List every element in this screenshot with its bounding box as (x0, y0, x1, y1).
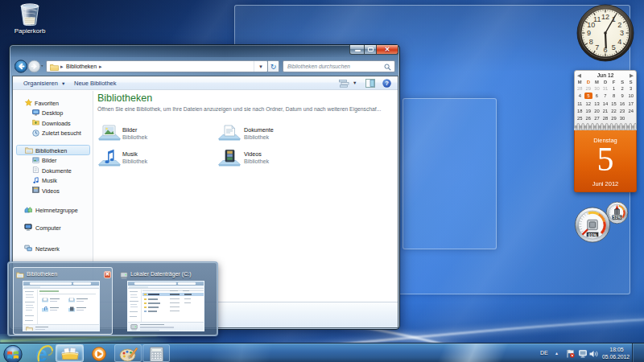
svg-text:4: 4 (617, 38, 621, 46)
svg-text:11: 11 (593, 15, 601, 23)
svg-text:5: 5 (612, 43, 616, 51)
svg-text:9: 9 (587, 29, 591, 37)
svg-text:12: 12 (601, 13, 609, 21)
svg-text:2: 2 (617, 21, 621, 29)
svg-text:8: 8 (589, 38, 593, 46)
svg-text:3: 3 (620, 29, 624, 37)
svg-text:51%: 51% (613, 215, 621, 220)
svg-text:?: ? (385, 80, 389, 87)
svg-text:01%: 01% (588, 232, 597, 237)
svg-text:7: 7 (595, 43, 599, 51)
